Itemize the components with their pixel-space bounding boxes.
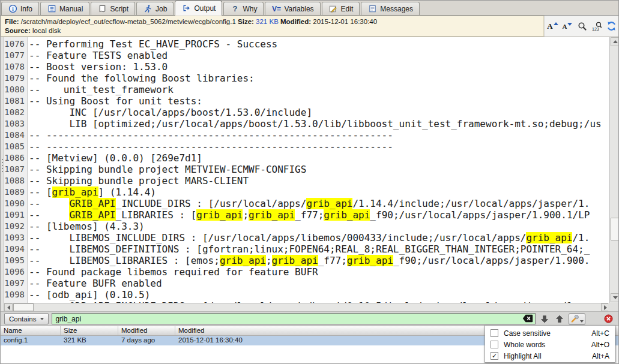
menu-item-shortcut: Alt+A bbox=[592, 352, 609, 360]
font-increase-button[interactable]: A bbox=[546, 19, 560, 34]
line-number: 1095 bbox=[4, 255, 27, 266]
log-line: -- Found the following Boost libraries: bbox=[29, 73, 609, 84]
search-highlight: grib_api bbox=[249, 209, 295, 221]
tab-messages[interactable]: Messages bbox=[361, 2, 420, 15]
script-icon bbox=[97, 4, 107, 14]
column-header-modified-2[interactable]: Modified bbox=[118, 326, 175, 335]
line-number: 1088 bbox=[4, 175, 27, 186]
font-decrease-button[interactable]: A bbox=[561, 19, 574, 34]
tab-label: Job bbox=[156, 5, 167, 13]
job-icon bbox=[143, 4, 152, 14]
horizontal-scroll-thumb[interactable] bbox=[13, 303, 34, 311]
log-line: -- LIBEMOS_INCLUDE_DIRS : [/usr/local/ap… bbox=[29, 232, 609, 243]
line-number: 1092 bbox=[4, 221, 27, 232]
line-number: 1084 bbox=[4, 130, 27, 141]
file-info-line2: Source: local disk bbox=[5, 26, 540, 35]
log-text-panel: 1076107710781079108010811082108310841085… bbox=[1, 37, 619, 303]
search-options-button[interactable] bbox=[569, 313, 585, 325]
output-icon bbox=[181, 4, 191, 13]
search-icon bbox=[578, 22, 587, 31]
log-line: LIB [optimized;/usr/local/apps/boost/1.5… bbox=[29, 118, 609, 130]
search-field-wrap bbox=[52, 313, 536, 324]
line-number: 1091 bbox=[4, 209, 27, 221]
line-number: 1087 bbox=[4, 164, 27, 175]
font-decrease-icon: A bbox=[563, 23, 573, 30]
caret-down-icon bbox=[580, 320, 584, 323]
checkbox-checked-icon[interactable]: ✓ bbox=[491, 352, 498, 360]
source-value: local disk bbox=[32, 27, 61, 34]
tab-manual[interactable]: Manual bbox=[40, 2, 89, 15]
caret-down-icon bbox=[40, 318, 44, 320]
log-line: -- [Metview] (0.0.0) [269e7d1] bbox=[29, 152, 609, 164]
menu-item-shortcut: Alt+O bbox=[591, 341, 609, 349]
line-number: 1085 bbox=[4, 141, 27, 152]
line-number: 1082 bbox=[4, 107, 27, 118]
search-mode-label: Contains bbox=[9, 315, 36, 323]
menu-item-case-sensitive[interactable]: Case sensitiveAlt+C bbox=[485, 327, 615, 339]
line-number: 1080 bbox=[4, 84, 27, 95]
menu-item-highlight-all[interactable]: ✓Highlight AllAlt+A bbox=[485, 350, 615, 362]
line-number: 1089 bbox=[4, 186, 27, 198]
search-highlight: grib_api bbox=[196, 209, 243, 221]
tab-label: Variables bbox=[284, 5, 313, 13]
reload-icon bbox=[606, 21, 617, 31]
checkbox-unchecked-icon[interactable] bbox=[491, 329, 498, 337]
scroll-down-button[interactable] bbox=[611, 293, 619, 302]
log-text-view[interactable]: -- Performing Test EC_HAVE_PROCFS - Succ… bbox=[28, 37, 609, 303]
file-info-bar: File: /scratch/ma/deploy/ecf_out/ecflow-… bbox=[1, 16, 619, 37]
tab-script[interactable]: Script bbox=[91, 2, 135, 15]
menu-item-whole-words[interactable]: Whole wordsAlt+O bbox=[485, 339, 615, 350]
search-input[interactable] bbox=[52, 313, 536, 324]
log-line: -- unit_test_framework bbox=[29, 84, 609, 95]
line-number: 1078 bbox=[4, 61, 27, 73]
search-options-menu: Case sensitiveAlt+CWhole wordsAlt+O✓High… bbox=[485, 325, 615, 363]
checkbox-unchecked-icon[interactable] bbox=[491, 341, 498, 348]
line-number-gutter: 1076107710781079108010811082108310841085… bbox=[4, 37, 28, 303]
log-line: -- LIBEMOS_DEFINITIONS : [gfortran;linux… bbox=[29, 243, 609, 255]
why-icon: ? bbox=[230, 4, 240, 14]
search-highlight: grib_api bbox=[347, 255, 393, 266]
line-number: 1096 bbox=[4, 266, 27, 278]
vertical-scrollbar[interactable] bbox=[609, 37, 619, 303]
log-line: -- Performing Test EC_HAVE_PROCFS - Succ… bbox=[29, 38, 609, 50]
line-number: 1093 bbox=[4, 232, 27, 243]
search-mode-dropdown[interactable]: Contains bbox=[4, 313, 49, 324]
line-number: 1094 bbox=[4, 243, 27, 255]
log-line: -- Feature BUFR enabled bbox=[29, 278, 609, 289]
column-header-size-1[interactable]: Size bbox=[61, 326, 118, 335]
column-header-name-0[interactable]: Name bbox=[1, 326, 61, 335]
scroll-up-button[interactable] bbox=[611, 37, 619, 46]
tab-variables[interactable]: V=Variables bbox=[265, 2, 320, 15]
close-search-button[interactable] bbox=[603, 314, 614, 324]
edit-icon bbox=[328, 4, 338, 14]
menu-item-label: Whole words bbox=[504, 341, 545, 349]
horizontal-scrollbar[interactable] bbox=[4, 303, 609, 311]
menu-item-shortcut: Alt+C bbox=[591, 329, 609, 338]
tab-label: Manual bbox=[59, 5, 83, 13]
tab-output[interactable]: Output bbox=[175, 1, 222, 16]
log-line: -- -------------------------------------… bbox=[29, 130, 609, 141]
scroll-left-button[interactable] bbox=[4, 303, 13, 311]
tab-job[interactable]: Job bbox=[136, 2, 174, 15]
reload-button[interactable] bbox=[605, 19, 618, 34]
line-number: 1077 bbox=[4, 50, 27, 61]
tab-label: Why bbox=[243, 5, 257, 13]
find-prev-button[interactable] bbox=[554, 313, 566, 325]
variables-icon: V= bbox=[271, 4, 281, 14]
goto-line-button[interactable]: 123 bbox=[590, 19, 603, 34]
tab-bar: iInfoManualScriptJobOutput?WhyV=Variable… bbox=[1, 1, 619, 16]
tab-edit[interactable]: Edit bbox=[322, 2, 360, 15]
vertical-scroll-thumb[interactable] bbox=[611, 218, 619, 240]
clear-search-icon[interactable] bbox=[522, 314, 533, 323]
line-number: 1086 bbox=[4, 152, 27, 164]
log-line: -- Found package libemos required for fe… bbox=[29, 266, 609, 278]
file-info-text: File: /scratch/ma/deploy/ecf_out/ecflow-… bbox=[1, 16, 544, 37]
find-next-button[interactable] bbox=[539, 313, 551, 325]
modified-label: Modified: bbox=[280, 18, 311, 25]
triangle-left-icon bbox=[7, 305, 10, 310]
tab-info[interactable]: iInfo bbox=[1, 2, 39, 15]
log-line: -- LIBEMOS_LIBRARIES : [emos;grib_api;gr… bbox=[29, 255, 609, 266]
search-button[interactable] bbox=[576, 19, 589, 34]
log-line: -- [odb_api] (0.10.5) bbox=[29, 289, 609, 300]
tab-why[interactable]: ?Why bbox=[223, 2, 264, 15]
